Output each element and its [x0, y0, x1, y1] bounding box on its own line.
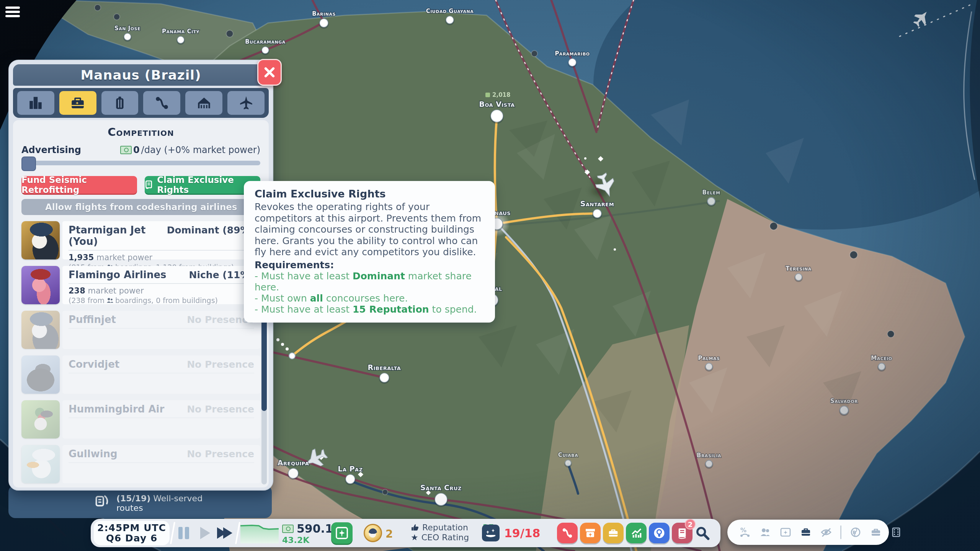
tab-competition[interactable] — [59, 91, 96, 115]
airline-name: Ptarmigan Jet (You) — [69, 224, 167, 247]
menu-button[interactable] — [5, 5, 23, 20]
tooltip-title: Claim Exclusive Rights — [255, 188, 484, 200]
airport-label: Ciudad Guayana — [426, 8, 474, 15]
star-icon: ★ — [411, 533, 418, 543]
airline-status: Dominant (89%) — [167, 225, 254, 236]
terminal-icon — [196, 95, 212, 111]
airport-label: La Paz — [338, 465, 363, 473]
airline-row[interactable]: CorvidjetNo Presence — [21, 355, 260, 394]
tab-passengers[interactable] — [101, 91, 139, 115]
money-map-filter-icon[interactable] — [779, 526, 792, 538]
unserved-airport-dot[interactable] — [850, 251, 858, 259]
airport-label: Belem — [702, 189, 720, 196]
business-filter-icon[interactable] — [870, 526, 882, 538]
pause-button[interactable] — [177, 519, 190, 547]
cinematic-filter-icon[interactable] — [890, 526, 902, 538]
airline-row[interactable]: PuffinjetNo Presence — [21, 311, 260, 349]
airline-row[interactable]: Flamingo AirlinesNiche (11%)238 market p… — [21, 266, 260, 304]
company-menu-button[interactable] — [603, 523, 624, 543]
market-menu-button[interactable] — [580, 523, 601, 543]
stats-menu-button[interactable] — [626, 523, 647, 543]
section-title: Competition — [21, 126, 260, 139]
unserved-airport-dot[interactable] — [226, 30, 233, 37]
svg-text:%: % — [740, 527, 746, 534]
svg-text:R: R — [853, 530, 856, 535]
region-filter-icon[interactable]: R — [849, 526, 862, 538]
tab-city[interactable] — [17, 91, 54, 115]
contract-icon — [145, 180, 153, 190]
claim-exclusive-rights-tooltip: Claim Exclusive Rights Revokes the opera… — [244, 181, 495, 323]
ceo-rating-label: CEO Rating — [421, 533, 469, 543]
unserved-airport-dot[interactable] — [531, 51, 537, 57]
airline-row[interactable]: Hummingbird AirNo Presence — [21, 400, 260, 439]
airline-status: No Presence — [187, 448, 254, 460]
advertising-slider[interactable] — [21, 161, 260, 165]
play-button[interactable] — [200, 519, 210, 547]
clock-display[interactable]: 2:45PM UTC Q6 Day 6 — [94, 521, 170, 545]
airline-name: Gullwing — [69, 448, 118, 460]
fast-forward-button[interactable] — [217, 519, 232, 547]
airline-card: GullwingNo Presence — [62, 445, 260, 483]
well-served-routes-status: (15/19) Well-served routes — [116, 494, 204, 513]
airport-label: Riberalta — [368, 363, 401, 372]
airline-card: CorvidjetNo Presence — [62, 355, 260, 394]
market-power: 238 market power — [69, 286, 254, 295]
airport-label: Bucaramanga — [245, 38, 286, 45]
hide-ui-filter-icon[interactable] — [820, 526, 832, 538]
airline-avatar — [21, 221, 60, 259]
game-time: 2:45PM UTC — [97, 523, 166, 533]
airline-row[interactable]: GullwingNo Presence — [21, 445, 260, 483]
routes-report-icon — [93, 494, 110, 510]
unserved-airport-dot[interactable] — [114, 14, 120, 20]
airline-status: No Presence — [187, 359, 254, 370]
map-filter-toolbar: % R — [727, 520, 889, 545]
premium-coin-count: 2 — [385, 528, 393, 540]
claim-exclusive-rights-button[interactable]: Claim Exclusive Rights — [145, 176, 260, 194]
fund-seismic-button[interactable]: Fund Seismic Retrofitting — [21, 176, 137, 194]
airport-label: Maceio — [871, 355, 892, 362]
passengers-filter-icon[interactable] — [759, 526, 771, 538]
airport-label: Salvador — [830, 398, 858, 404]
unserved-airport-dot[interactable] — [95, 5, 101, 11]
newspaper-icon — [676, 527, 688, 539]
airport-label: Teresina — [786, 265, 811, 272]
tooltip-requirement: - Must have at least Dominant market sha… — [255, 271, 484, 293]
tab-terminal[interactable] — [185, 91, 222, 115]
codeshare-toggle-button[interactable]: Allow flights from codesharing airlines — [21, 199, 260, 215]
tooltip-requirements-label: Requirements: — [255, 259, 484, 271]
airline-avatar — [21, 445, 60, 483]
unserved-airport-dot[interactable] — [887, 331, 894, 337]
airline-name: Puffinjet — [69, 314, 116, 325]
search-button[interactable] — [695, 525, 710, 542]
demand-icon — [485, 93, 490, 97]
unserved-airport-dot[interactable] — [770, 222, 777, 230]
fleet-capacity-button[interactable] — [482, 525, 500, 541]
tooltip-body: Revokes the operating rights of your com… — [255, 201, 484, 258]
airline-avatar — [21, 355, 60, 394]
pause-icon — [178, 527, 183, 539]
close-button[interactable] — [257, 59, 282, 86]
hamburger-icon — [5, 7, 20, 9]
advertising-slider-thumb[interactable] — [21, 156, 36, 171]
money-icon — [282, 525, 294, 533]
buy-aircraft-button[interactable] — [331, 522, 353, 544]
routes-menu-button[interactable] — [557, 523, 578, 543]
game-date: Q6 Day 6 — [106, 533, 158, 544]
airport-label: Palmas — [698, 355, 720, 362]
premium-coin-icon[interactable] — [364, 524, 382, 542]
game-screen: San JosePanama CityBucaramangaBarinasCiu… — [0, 0, 980, 551]
airport-label: Santarem — [580, 199, 614, 208]
airline-row[interactable]: Ptarmigan Jet (You)Dominant (89%)1,935 m… — [21, 221, 260, 259]
tooltip-requirement: - Must own all concourses here. — [255, 293, 484, 304]
profit-filter-icon[interactable]: % — [739, 526, 751, 538]
competition-filter-icon[interactable] — [800, 526, 812, 538]
news-menu-button[interactable]: 2 — [672, 523, 693, 543]
airport-label: Santa Cruz — [420, 483, 462, 492]
airport-demand-stat: 2,018 — [492, 91, 510, 98]
research-menu-button[interactable] — [649, 523, 670, 543]
plane-icon — [238, 95, 254, 111]
airline-card: Flamingo AirlinesNiche (11%)238 market p… — [62, 266, 260, 304]
unserved-airport-dot[interactable] — [382, 489, 388, 495]
tab-aircraft[interactable] — [227, 91, 265, 115]
tab-routes[interactable] — [143, 91, 180, 115]
